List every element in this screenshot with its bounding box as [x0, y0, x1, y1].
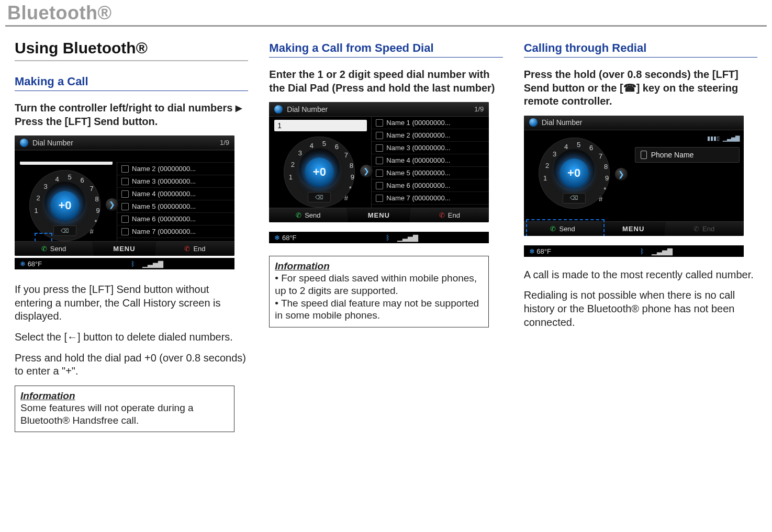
dial-star[interactable]: *: [600, 186, 610, 194]
list-item[interactable]: Name 4 (00000000...: [372, 154, 489, 167]
dial-hash[interactable]: #: [87, 228, 96, 235]
dial-4[interactable]: 4: [562, 143, 571, 151]
menu-button[interactable]: MENU: [93, 241, 156, 256]
list-item-label: Name 6 (00000000...: [132, 215, 196, 223]
list-item[interactable]: Name 2 (00000000...: [117, 163, 234, 175]
list-item[interactable]: Name 3 (00000000...: [372, 142, 489, 154]
dial-hash[interactable]: #: [341, 194, 351, 202]
phone-name-box[interactable]: Phone Name: [635, 147, 740, 163]
end-label: End: [448, 211, 460, 219]
column-1: Using Bluetooth® Making a Call Turn the …: [15, 39, 248, 432]
end-button[interactable]: ✆End: [410, 208, 489, 222]
dial-center[interactable]: +0: [560, 159, 589, 188]
dial-3[interactable]: 3: [295, 149, 305, 157]
delete-button[interactable]: ⌫: [53, 225, 76, 236]
send-button[interactable]: ✆Send: [524, 221, 602, 236]
info-label: Information: [20, 390, 229, 402]
dial-2[interactable]: 2: [288, 161, 297, 168]
dial-pad[interactable]: +0 1 2 3 4 5 6 7 8 9 * # ⌫: [539, 138, 610, 209]
dial-8[interactable]: 8: [346, 162, 356, 169]
dial-6[interactable]: 6: [332, 143, 341, 151]
infotainment-screen-2: Dial Number 1/9 1 +0 1 2 3 4 5 6: [269, 102, 489, 222]
instruction-speed-dial: Enter the 1 or 2 digit speed dial number…: [269, 68, 502, 95]
arrow-right-icon[interactable]: ❯: [106, 198, 118, 211]
list-item[interactable]: Name 5 (00000000...: [372, 167, 489, 179]
bt-status-icon: ᛒ: [640, 247, 644, 255]
dial-7[interactable]: 7: [87, 185, 96, 193]
arrow-right-icon[interactable]: ❯: [360, 165, 373, 177]
list-item[interactable]: Name 2 (00000000...: [372, 129, 489, 142]
dial-5[interactable]: 5: [65, 173, 74, 181]
send-label: Send: [50, 245, 66, 253]
screen1-statusbar: ❄ 68°F ᛒ▁▃▅▇: [15, 258, 234, 269]
dial-9[interactable]: 9: [602, 174, 612, 182]
list-item[interactable]: Name 4 (00000000...: [117, 188, 234, 200]
delete-button[interactable]: ⌫: [308, 192, 331, 202]
dial-9[interactable]: 9: [348, 173, 357, 181]
list-item[interactable]: Name 5 (00000000...: [117, 200, 234, 213]
dial-6[interactable]: 6: [587, 144, 596, 152]
dial-1[interactable]: 1: [31, 207, 41, 214]
para-redial-2: Redialing is not possible when there is …: [524, 289, 757, 329]
signal-icon: ▁▃▅▇: [723, 135, 740, 142]
list-item[interactable]: Name 3 (00000000...: [117, 175, 234, 188]
contact-icon: [376, 169, 383, 177]
heading-speed-dial: Making a Call from Speed Dial: [269, 39, 502, 58]
dial-3[interactable]: 3: [550, 150, 560, 158]
dial-1[interactable]: 1: [541, 174, 550, 182]
bluetooth-icon: [529, 118, 538, 127]
end-label: End: [702, 225, 714, 233]
send-label: Send: [305, 211, 320, 219]
dial-star[interactable]: *: [91, 218, 100, 226]
dial-5[interactable]: 5: [319, 140, 329, 148]
menu-button[interactable]: MENU: [602, 221, 665, 236]
dial-7[interactable]: 7: [596, 152, 606, 160]
instruction-redial: Press the hold (over 0.8 seconds) the [L…: [524, 68, 757, 108]
screen1-leftpane: 000 +0 1 2 3 4 5 6 7 8 9 * #: [15, 150, 117, 241]
dial-5[interactable]: 5: [574, 141, 584, 149]
screen2-number-entry[interactable]: 1: [274, 120, 367, 131]
heading-using-bluetooth: Using Bluetooth®: [15, 39, 248, 61]
dial-4[interactable]: 4: [52, 175, 62, 183]
dial-star[interactable]: *: [345, 185, 355, 193]
dial-pad[interactable]: +0 1 2 3 4 5 6 7 8 9 * # ⌫: [29, 170, 100, 241]
dial-pad[interactable]: +0 1 2 3 4 5 6 7 8 9 * # ⌫: [284, 137, 355, 208]
screen2-contact-list[interactable]: Name 1 (00000000... Name 2 (00000000... …: [371, 117, 489, 208]
dial-1[interactable]: 1: [286, 173, 295, 181]
list-item[interactable]: Name 1 (00000000...: [372, 117, 489, 129]
screen1-contact-list[interactable]: Name 1 (00000000... Name 2 (00000000... …: [117, 150, 234, 241]
screen2-pagecount: 1/9: [474, 105, 484, 113]
list-item[interactable]: Name 6 (00000000...: [372, 179, 489, 192]
dial-9[interactable]: 9: [93, 207, 103, 214]
screen2-title: Dial Number: [287, 105, 328, 114]
list-item[interactable]: Name 6 (00000000...: [117, 213, 234, 225]
send-button[interactable]: ✆Send: [15, 241, 93, 256]
list-item-label: Name 5 (00000000...: [132, 202, 196, 210]
battery-signal-icons: ▮▮▮▯▁▃▅▇: [707, 135, 740, 142]
dial-2[interactable]: 2: [33, 194, 43, 202]
dial-7[interactable]: 7: [341, 151, 351, 159]
dial-center[interactable]: +0: [50, 191, 80, 220]
send-button[interactable]: ✆Send: [269, 208, 348, 222]
end-button[interactable]: ✆End: [156, 241, 234, 256]
content-columns: Using Bluetooth® Making a Call Turn the …: [5, 39, 767, 432]
contact-icon: [376, 132, 383, 139]
dial-8[interactable]: 8: [92, 195, 102, 203]
dial-hash[interactable]: #: [596, 195, 606, 203]
triangle-icon: ▶: [236, 104, 242, 112]
delete-button[interactable]: ⌫: [563, 193, 586, 203]
dial-4[interactable]: 4: [307, 142, 316, 150]
list-item[interactable]: Name 7 (00000000...: [117, 225, 234, 238]
bluetooth-icon: [274, 105, 283, 114]
list-item-label: Name 1 (00000000...: [386, 119, 450, 127]
list-item[interactable]: Name 7 (00000000...: [372, 192, 489, 205]
dial-3[interactable]: 3: [41, 183, 50, 190]
dial-2[interactable]: 2: [543, 162, 552, 169]
menu-button[interactable]: MENU: [348, 208, 410, 222]
screen2-titlebar: Dial Number 1/9: [269, 102, 489, 117]
bluetooth-icon: [20, 139, 28, 147]
arrow-right-icon[interactable]: ❯: [615, 168, 628, 180]
dial-8[interactable]: 8: [601, 163, 611, 171]
dial-6[interactable]: 6: [77, 176, 87, 184]
signal-icon: ▁▃▅▇: [142, 260, 163, 268]
